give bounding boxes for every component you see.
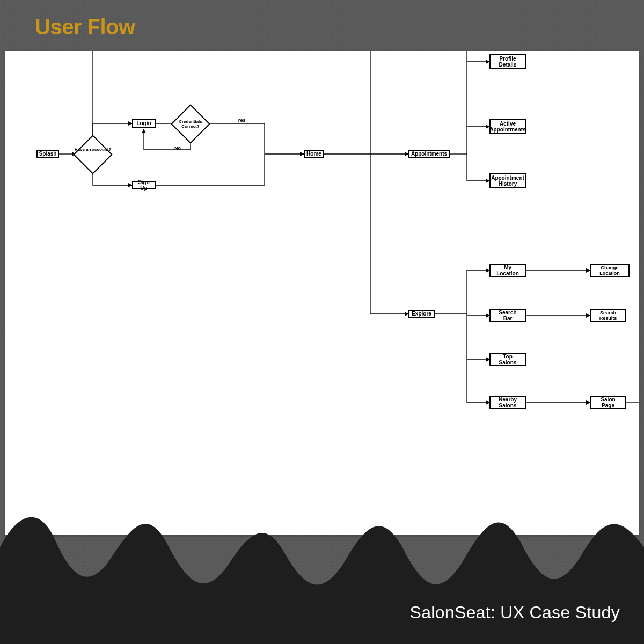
- node-login: Login: [132, 119, 156, 128]
- node-appointments: Appointments: [408, 150, 450, 158]
- node-explore: Explore: [408, 310, 435, 318]
- edge-label-yes: Yes: [237, 118, 246, 123]
- node-home: Home: [304, 150, 324, 158]
- edge-label-no: No: [174, 145, 181, 151]
- node-nearby-salons: Nearby Salons: [489, 396, 526, 409]
- node-profile-details: Profile Details: [489, 54, 526, 69]
- node-signup: Sign Up: [132, 181, 156, 189]
- node-my-location: My Location: [489, 264, 526, 277]
- node-search-results: Search Results: [590, 309, 626, 322]
- node-search-bar: Search Bar: [489, 309, 526, 322]
- page-title: User Flow: [35, 15, 135, 39]
- node-appointment-history: Appointment History: [489, 173, 526, 188]
- flow-edges: [5, 51, 639, 535]
- flow-canvas: Splash Have an account? Login Credential…: [5, 51, 639, 535]
- node-change-location: Change Location: [590, 264, 630, 277]
- node-active-appointments: Active Appointments: [489, 119, 526, 134]
- footer-caption: SalonSeat: UX Case Study: [410, 603, 620, 623]
- node-splash: Splash: [36, 150, 59, 158]
- node-top-salons: Top Salons: [489, 353, 526, 366]
- node-salon-page: Salon Page: [590, 396, 626, 409]
